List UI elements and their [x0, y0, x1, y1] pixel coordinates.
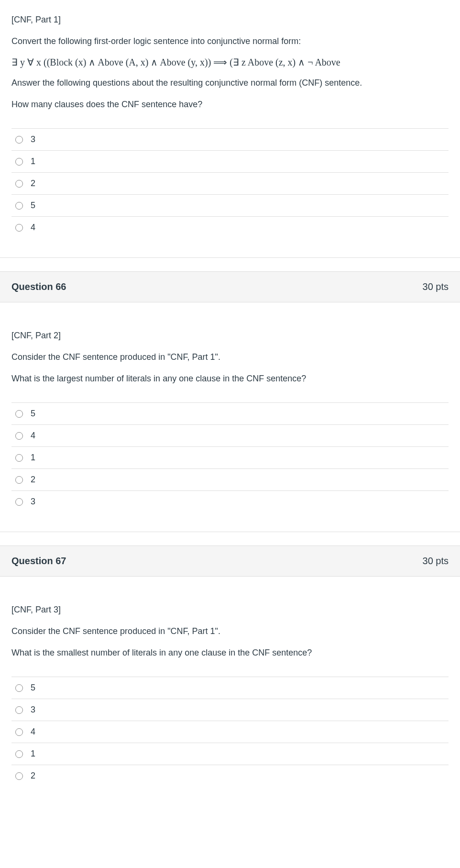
option-label: 1: [31, 156, 35, 167]
option-row[interactable]: 3: [11, 129, 449, 151]
part-label: [CNF, Part 2]: [11, 329, 449, 342]
after-formula-text: Answer the following questions about the…: [11, 77, 449, 89]
part-label: [CNF, Part 3]: [11, 603, 449, 616]
radio-icon: [15, 224, 23, 232]
radio-icon: [15, 750, 23, 758]
question-65-block: [CNF, Part 1] Convert the following firs…: [0, 0, 460, 258]
radio-icon: [15, 454, 23, 462]
question-title: Question 66: [11, 281, 66, 292]
question-66-block: [CNF, Part 2] Consider the CNF sentence …: [0, 302, 460, 532]
radio-icon: [15, 476, 23, 484]
option-label: 1: [31, 453, 35, 463]
question-66-header: Question 66 30 pts: [0, 271, 460, 302]
question-66-body: [CNF, Part 2] Consider the CNF sentence …: [0, 302, 460, 532]
radio-icon: [15, 498, 23, 506]
option-label: 5: [31, 200, 35, 211]
logic-formula: ∃ y ∀ x ((Block (x) ∧ Above (A, x) ∧ Abo…: [11, 56, 449, 68]
prompt-text: What is the largest number of literals i…: [11, 372, 449, 385]
option-label: 2: [31, 771, 35, 781]
option-row[interactable]: 2: [11, 765, 449, 787]
option-label: 3: [31, 705, 35, 715]
part-label: [CNF, Part 1]: [11, 13, 449, 26]
radio-icon: [15, 728, 23, 736]
option-row[interactable]: 2: [11, 469, 449, 491]
prompt-text: How many clauses does the CNF sentence h…: [11, 98, 449, 111]
option-row[interactable]: 4: [11, 217, 449, 238]
radio-icon: [15, 684, 23, 692]
intro-text: Convert the following first-order logic …: [11, 35, 449, 48]
options-list: 3 1 2 5 4: [11, 128, 449, 238]
intro-text: Consider the CNF sentence produced in "C…: [11, 625, 449, 638]
radio-icon: [15, 202, 23, 210]
radio-icon: [15, 136, 23, 144]
option-row[interactable]: 1: [11, 151, 449, 173]
option-row[interactable]: 1: [11, 743, 449, 765]
question-points: 30 pts: [423, 556, 449, 567]
option-label: 4: [31, 223, 35, 233]
question-title: Question 67: [11, 556, 66, 567]
question-points: 30 pts: [423, 281, 449, 292]
option-label: 3: [31, 497, 35, 507]
radio-icon: [15, 706, 23, 714]
option-row[interactable]: 4: [11, 425, 449, 447]
prompt-text: What is the smallest number of literals …: [11, 646, 449, 659]
question-65-body: [CNF, Part 1] Convert the following firs…: [0, 0, 460, 257]
radio-icon: [15, 180, 23, 188]
option-row[interactable]: 5: [11, 403, 449, 425]
option-row[interactable]: 5: [11, 677, 449, 699]
option-row[interactable]: 3: [11, 491, 449, 512]
radio-icon: [15, 432, 23, 440]
option-label: 4: [31, 431, 35, 441]
option-label: 5: [31, 409, 35, 419]
question-67-block: [CNF, Part 3] Consider the CNF sentence …: [0, 577, 460, 791]
option-row[interactable]: 4: [11, 721, 449, 743]
radio-icon: [15, 158, 23, 166]
question-67-header: Question 67 30 pts: [0, 545, 460, 577]
option-row[interactable]: 1: [11, 447, 449, 469]
option-label: 4: [31, 727, 35, 737]
question-67-body: [CNF, Part 3] Consider the CNF sentence …: [0, 577, 460, 791]
radio-icon: [15, 772, 23, 780]
option-label: 3: [31, 134, 35, 145]
option-label: 2: [31, 178, 35, 189]
option-label: 5: [31, 683, 35, 693]
radio-icon: [15, 410, 23, 418]
option-row[interactable]: 5: [11, 195, 449, 217]
options-list: 5 4 1 2 3: [11, 402, 449, 512]
option-row[interactable]: 3: [11, 699, 449, 721]
option-label: 1: [31, 749, 35, 759]
intro-text: Consider the CNF sentence produced in "C…: [11, 351, 449, 364]
option-label: 2: [31, 475, 35, 485]
options-list: 5 3 4 1 2: [11, 677, 449, 787]
option-row[interactable]: 2: [11, 173, 449, 195]
